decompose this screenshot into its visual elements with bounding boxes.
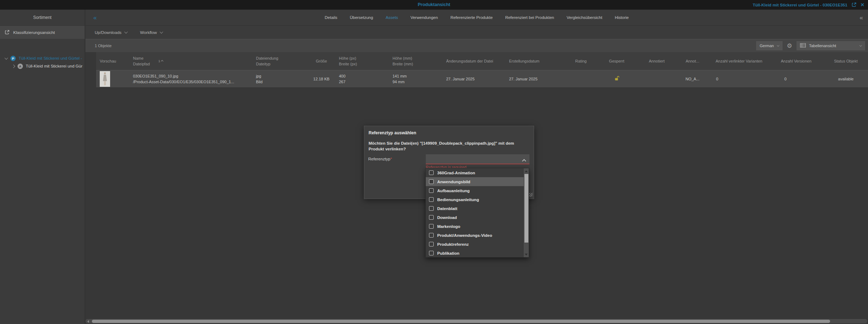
chevron-down-icon [124, 30, 128, 34]
option-aufbauanleitung[interactable]: Aufbauanleitung [426, 186, 524, 195]
option-markenlogo[interactable]: Markenlogo [426, 222, 524, 231]
col-hoehe-breite-mm[interactable]: Höhe (mm)Breite (mm) [391, 52, 445, 70]
preview-cell[interactable] [96, 70, 132, 88]
col-gesperrt[interactable]: Gesperrt [597, 52, 637, 70]
sidebar-item-classification-view[interactable]: Klassifizierungsansicht [0, 26, 85, 39]
scroll-down-icon[interactable] [524, 252, 529, 257]
option-360grad-animation[interactable]: 360Grad-Animation [426, 168, 524, 177]
checkbox[interactable] [429, 224, 434, 229]
open-external-icon[interactable] [851, 2, 857, 8]
versions-cell: 0 [770, 70, 823, 88]
reference-type-select[interactable] [426, 154, 529, 164]
scroll-left-icon[interactable] [87, 320, 89, 323]
checkbox[interactable] [429, 179, 434, 184]
dialog-message: Möchten Sie die Datei(en) "[149909_Doubl… [369, 140, 528, 152]
name-path-cell[interactable]: 030EO1E351_090_10.jpg /Product-Asset-Dat… [132, 70, 255, 88]
option-bedienungsanleitung[interactable]: Bedienungsanleitung [426, 195, 524, 204]
checkbox[interactable] [429, 251, 434, 255]
workflow-menu-button[interactable]: Workflow [140, 30, 163, 35]
col-name-dateipfad[interactable]: NameDateipfad 1 [132, 52, 255, 70]
checkbox[interactable] [429, 215, 434, 220]
tab-referenzierte-produkte[interactable]: Referenzierte Produkte [450, 15, 493, 20]
modified-date-cell: 27. Januar 2025 [445, 70, 508, 88]
view-select-value: Tabellenansicht [809, 44, 836, 48]
required-marker: * [390, 157, 392, 161]
col-rating[interactable]: Rating [565, 52, 597, 70]
file-path: /Product-Asset-Data/030/EO1/E35/030EO1E3… [133, 79, 255, 85]
view-select[interactable]: Tabellenansicht [797, 41, 865, 50]
tab-bar: « Details Übersetzung Assets Verwendunge… [85, 10, 868, 26]
close-icon[interactable]: ✕ [860, 3, 864, 7]
status-cell: available [823, 70, 868, 88]
objects-bar-controls: German ⚙ Tabellenansicht [756, 41, 865, 50]
dialog-title: Referenztyp auswählen [369, 130, 416, 135]
checkbox[interactable] [429, 188, 434, 193]
unlocked-icon [614, 76, 620, 83]
linked-variants-cell: 0 [708, 70, 770, 88]
col-annotiert[interactable]: Annotiert [637, 52, 677, 70]
table-row[interactable]: 030EO1E351_090_10.jpg /Product-Asset-Dat… [96, 70, 868, 88]
chevron-down-icon [859, 44, 862, 46]
collapse-right-icon[interactable]: « [860, 15, 863, 21]
tab-vergleichsuebersicht[interactable]: Vergleichsübersicht [567, 15, 602, 20]
col-annot[interactable]: Annot... [677, 52, 708, 70]
col-status-objekt[interactable]: Status Objekt [823, 52, 868, 70]
col-vorschau[interactable]: Vorschau [96, 52, 132, 70]
context-product-label: Tüll-Kleid mit Stickerei und Gürtel - 03… [753, 3, 848, 7]
option-download[interactable]: Download [426, 213, 524, 222]
objects-bar: 1 Objekte German ⚙ Tabellenansicht [85, 39, 868, 52]
locked-cell[interactable] [597, 70, 637, 88]
size-cell: 12.18 KB [305, 70, 338, 88]
rating-cell [565, 70, 597, 88]
asset-table: Vorschau NameDateipfad 1 DateiendungDate… [96, 52, 868, 88]
checkbox[interactable] [429, 170, 434, 175]
asset-thumbnail[interactable] [100, 71, 110, 87]
resize-grip[interactable] [529, 193, 533, 197]
chevron-down-icon [777, 44, 779, 46]
option-publikation[interactable]: Publikation [426, 249, 524, 258]
col-anzahl-versionen[interactable]: Anzahl Versionen [770, 52, 823, 70]
col-aenderungsdatum[interactable]: Änderungsdatum der Datei [445, 52, 508, 70]
sort-indicator[interactable]: 1 [158, 59, 163, 64]
option-anwendungsbild[interactable]: Anwendungsbild [426, 177, 524, 186]
col-dateiendung-dateityp[interactable]: DateiendungDateityp [255, 52, 305, 70]
product-badge: P [10, 56, 16, 61]
tree-item-product[interactable]: P Tüll-Kleid mit Stickerei und Gürtel - [0, 54, 85, 62]
tab-historie[interactable]: Historie [615, 15, 629, 20]
file-name: 030EO1E351_090_10.jpg [133, 74, 255, 79]
scrollbar-thumb[interactable] [524, 174, 528, 243]
horizontal-scrollbar-thumb[interactable] [92, 320, 830, 323]
tree-item-article[interactable]: A Tüll-Kleid mit Stickerei und Gür [0, 62, 85, 70]
tab-assets[interactable]: Assets [386, 15, 398, 20]
horizontal-scrollbar[interactable] [85, 319, 867, 323]
dropdown-scrollbar[interactable] [524, 168, 529, 257]
option-produktreferenz[interactable]: Produktreferenz [426, 240, 524, 249]
tab-verwendungen[interactable]: Verwendungen [410, 15, 438, 20]
col-erstellungsdatum[interactable]: Erstellungsdatum [508, 52, 565, 70]
mm-dimensions-cell: 141 mm 94 mm [391, 70, 445, 88]
language-select[interactable]: German [756, 41, 783, 50]
checkbox[interactable] [429, 197, 434, 202]
tab-uebersetzung[interactable]: Übersetzung [350, 15, 373, 20]
col-anzahl-verlinkter-varianten[interactable]: Anzahl verlinkter Varianten [708, 52, 770, 70]
page-title: Produktansicht [418, 2, 450, 7]
classification-view-icon [4, 30, 10, 35]
col-groesse[interactable]: Größe [305, 52, 338, 70]
option-produkt-anwendungs-video[interactable]: Produkt/Anwendungs-Video [426, 231, 524, 240]
chevron-down-icon[interactable] [5, 56, 8, 60]
gear-icon[interactable]: ⚙ [787, 43, 792, 49]
checkbox[interactable] [429, 206, 434, 211]
chevron-right-icon[interactable] [12, 64, 15, 68]
workflow-label: Workflow [140, 30, 157, 35]
table-view-icon [800, 43, 806, 48]
col-hoehe-breite-px[interactable]: Höhe (px)Breite (px) [338, 52, 391, 70]
option-datenblatt[interactable]: Datenblatt [426, 204, 524, 213]
tab-details[interactable]: Details [325, 15, 337, 20]
classification-view-label: Klassifizierungsansicht [13, 30, 55, 35]
checkbox[interactable] [429, 242, 434, 246]
tab-referenziert-bei-produkten[interactable]: Referenziert bei Produkten [505, 15, 554, 20]
scroll-up-icon[interactable] [524, 169, 529, 174]
checkbox[interactable] [429, 233, 434, 238]
collapse-left-icon[interactable]: « [93, 15, 97, 21]
updownloads-menu-button[interactable]: Up/Downloads [95, 30, 127, 35]
